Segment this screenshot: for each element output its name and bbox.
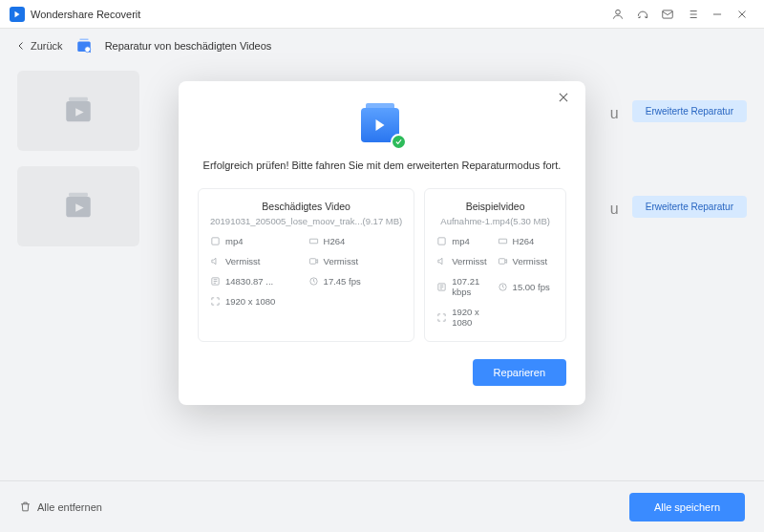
video-thumbnail[interactable] xyxy=(17,71,139,151)
svg-rect-13 xyxy=(438,238,445,245)
save-all-button[interactable]: Alle speichern xyxy=(629,493,745,521)
prop-resolution: 1920 x 1080 xyxy=(436,307,493,328)
back-label: Zurück xyxy=(31,40,63,52)
advanced-repair-button[interactable]: Erweiterte Reparatur xyxy=(632,100,747,122)
prop-codec: H264 xyxy=(308,236,403,246)
video-repair-icon xyxy=(74,36,94,55)
preview-status-icon: u xyxy=(610,105,623,117)
prop-bitrate: 107.21 kbps xyxy=(436,276,493,297)
prop-audio: Vermisst xyxy=(210,256,305,266)
sample-video-card: Beispielvideo Aufnahme-1.mp4(5.30 MB) mp… xyxy=(424,188,566,342)
app-logo-icon xyxy=(10,7,25,22)
prop-resolution: 1920 x 1080 xyxy=(210,296,305,307)
svg-rect-14 xyxy=(499,239,506,244)
close-modal-button[interactable] xyxy=(557,91,574,108)
svg-point-0 xyxy=(616,10,621,14)
prop-codec: H264 xyxy=(498,236,554,246)
check-icon xyxy=(391,134,407,150)
prop-format: mp4 xyxy=(436,236,493,246)
damaged-filename: 20191031_205005_lose_moov_trak...(9.17 M… xyxy=(210,216,402,226)
svg-rect-7 xyxy=(69,193,88,197)
page-title: Reparatur von beschädigten Videos xyxy=(105,40,272,52)
prop-fps: 17.45 fps xyxy=(308,276,403,287)
remove-all-button[interactable]: Alle entfernen xyxy=(19,500,102,513)
prop-remark: Vermisst xyxy=(308,256,403,266)
list-icon[interactable] xyxy=(680,2,705,27)
card-title: Beispielvideo xyxy=(436,201,554,212)
svg-rect-9 xyxy=(309,239,317,244)
repair-button[interactable]: Reparieren xyxy=(473,359,566,386)
sample-filename: Aufnahme-1.mp4(5.30 MB) xyxy=(436,216,554,226)
preview-status-icon: u xyxy=(610,201,623,213)
prop-bitrate: 14830.87 ... xyxy=(210,276,305,287)
support-icon[interactable] xyxy=(630,2,655,27)
prop-fps: 15.00 fps xyxy=(498,276,554,297)
minimize-icon[interactable] xyxy=(705,2,730,27)
page-toolbar: Zurück Reparatur von beschädigten Videos xyxy=(0,29,764,63)
modal-success-icon xyxy=(361,108,403,146)
prop-audio: Vermisst xyxy=(436,256,493,266)
svg-rect-15 xyxy=(499,259,504,265)
video-thumbnail[interactable] xyxy=(17,166,139,246)
svg-rect-10 xyxy=(309,259,315,265)
svg-rect-5 xyxy=(69,97,88,101)
damaged-video-card: Beschädigtes Video 20191031_205005_lose_… xyxy=(198,188,414,342)
svg-rect-8 xyxy=(212,238,219,245)
remove-all-label: Alle entfernen xyxy=(37,501,102,513)
card-title: Beschädigtes Video xyxy=(210,201,402,212)
titlebar: Wondershare Recoverit xyxy=(0,0,764,29)
svg-rect-1 xyxy=(663,10,673,17)
back-button[interactable]: Zurück xyxy=(15,40,63,52)
prop-remark: Vermisst xyxy=(498,256,554,266)
advanced-repair-button[interactable]: Erweiterte Reparatur xyxy=(632,196,747,218)
advanced-repair-modal: Erfolgreich prüfen! Bitte fahren Sie mit… xyxy=(179,81,585,405)
app-title: Wondershare Recoverit xyxy=(31,9,140,20)
footer: Alle entfernen Alle speichern xyxy=(0,480,764,532)
prop-format: mp4 xyxy=(210,236,305,246)
close-window-icon[interactable] xyxy=(730,2,754,27)
modal-message: Erfolgreich prüfen! Bitte fahren Sie mit… xyxy=(198,160,566,171)
account-icon[interactable] xyxy=(605,2,630,27)
mail-icon[interactable] xyxy=(655,2,680,27)
